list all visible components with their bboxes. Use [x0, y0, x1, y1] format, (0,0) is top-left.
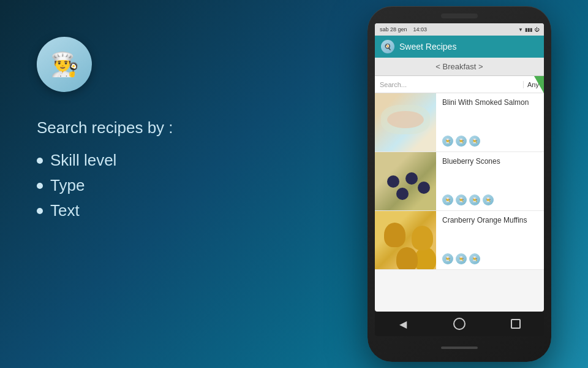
recipe-image-scones [375, 152, 436, 210]
bullet-skill [37, 158, 43, 164]
features-list: Skill level Type Text [37, 151, 270, 220]
phone-mockup: sab 28 gen 14:03 ▼ ▮▮▮ ⏻ 🍳 Sweet Recipes [368, 6, 551, 362]
battery-icon: ⏻ [534, 27, 539, 33]
skill-icon-1 [442, 136, 453, 147]
green-corner-indicator [534, 76, 544, 93]
skill-icon-m3 [469, 253, 480, 264]
skill-icons-muffins [442, 253, 538, 264]
app-title-label: Sweet Recipes [399, 42, 456, 52]
search-placeholder[interactable]: Search... [380, 81, 521, 88]
recipe-image-muffins [375, 211, 436, 269]
salmon-image-visual [375, 93, 436, 151]
recipe-image-salmon [375, 93, 436, 151]
nav-back-button[interactable]: ◀ [396, 317, 410, 331]
skill-icons-salmon [442, 136, 538, 147]
phone-speaker [441, 13, 478, 18]
muffins-image-visual [375, 211, 436, 269]
app-header: 🍳 Sweet Recipes [375, 36, 544, 58]
bullet-type [37, 183, 43, 189]
skill-icon-s4 [483, 194, 494, 205]
back-icon: ◀ [399, 318, 407, 330]
recipe-item-salmon[interactable]: Blini With Smoked Salmon [375, 93, 544, 152]
recipe-info-muffins: Cranberry Orange Muffins [436, 211, 544, 269]
wifi-icon: ▼ [518, 27, 523, 33]
phone-body: sab 28 gen 14:03 ▼ ▮▮▮ ⏻ 🍳 Sweet Recipes [368, 6, 551, 362]
feature-type: Type [37, 176, 270, 195]
left-section: 👨‍🍳 Search recipes by : Skill level Type… [37, 37, 270, 226]
app-logo: 👨‍🍳 [37, 37, 92, 92]
bullet-text [37, 208, 43, 214]
skill-icon-s3 [469, 194, 480, 205]
feature-text: Text [37, 201, 270, 220]
skill-icon-m2 [456, 253, 467, 264]
skill-icon-s1 [442, 194, 453, 205]
home-bar [441, 347, 478, 349]
skill-icon-s2 [456, 194, 467, 205]
skill-icon-2 [456, 136, 467, 147]
scones-image-visual [375, 152, 436, 210]
skill-icon-m1 [442, 253, 453, 264]
phone-screen: sab 28 gen 14:03 ▼ ▮▮▮ ⏻ 🍳 Sweet Recipes [375, 23, 544, 312]
recipe-name-muffins: Cranberry Orange Muffins [442, 216, 538, 226]
recipe-item-muffins[interactable]: Cranberry Orange Muffins [375, 211, 544, 270]
recipe-item-scones[interactable]: Blueberry Scones [375, 152, 544, 211]
skill-icons-scones [442, 194, 538, 205]
feature-skill: Skill level [37, 151, 270, 170]
status-bar: sab 28 gen 14:03 ▼ ▮▮▮ ⏻ [375, 23, 544, 36]
search-bar[interactable]: Search... Any [375, 76, 544, 93]
category-label: < Breakfast > [435, 62, 483, 71]
category-bar[interactable]: < Breakfast > [375, 58, 544, 76]
recipe-name-scones: Blueberry Scones [442, 157, 538, 167]
skill-icon-3 [469, 136, 480, 147]
nav-home-button[interactable] [453, 317, 466, 331]
nav-recents-button[interactable] [509, 317, 522, 331]
home-icon [453, 318, 466, 330]
signal-icon: ▮▮▮ [525, 27, 532, 33]
phone-nav: ◀ [375, 312, 544, 336]
phone-bottom [375, 339, 544, 357]
search-area: Search... Any [375, 76, 544, 93]
recipe-info-scones: Blueberry Scones [436, 152, 544, 210]
recipe-info-salmon: Blini With Smoked Salmon [436, 93, 544, 151]
recipe-list: Blini With Smoked Salmon Blueber [375, 93, 544, 270]
recipe-name-salmon: Blini With Smoked Salmon [442, 98, 538, 108]
recents-icon [511, 319, 521, 329]
status-icons: ▼ ▮▮▮ ⏻ [518, 27, 539, 33]
tagline: Search recipes by : [37, 117, 270, 139]
app-icon: 🍳 [381, 40, 394, 53]
status-datetime: sab 28 gen 14:03 [380, 26, 427, 33]
